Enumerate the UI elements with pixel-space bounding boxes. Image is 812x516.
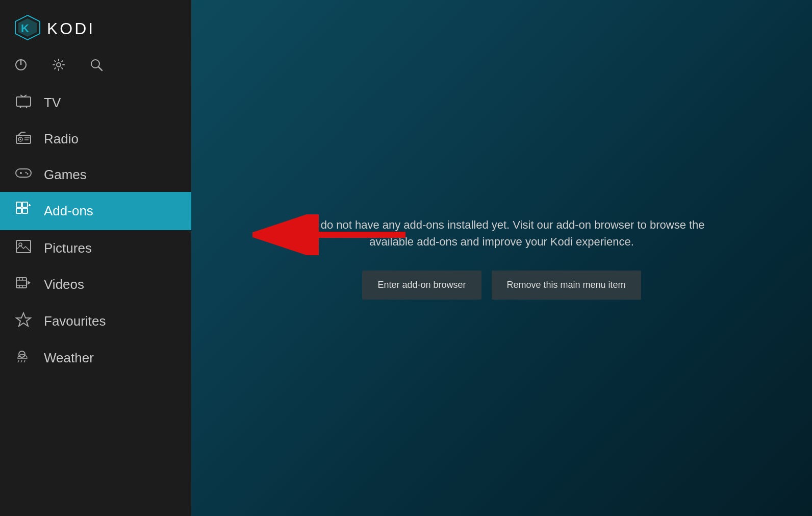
- svg-rect-27: [22, 208, 28, 213]
- sidebar-label-games: Games: [44, 167, 87, 183]
- videos-icon: [14, 276, 33, 293]
- kodi-logo-icon: K: [14, 14, 41, 43]
- svg-line-45: [21, 360, 22, 362]
- svg-line-46: [24, 360, 25, 362]
- main-content: You do not have any add-ons installed ye…: [191, 0, 812, 516]
- svg-marker-41: [28, 281, 31, 285]
- favourites-icon: [14, 312, 33, 331]
- sidebar-item-radio[interactable]: Radio: [0, 121, 191, 157]
- svg-point-5: [57, 63, 61, 67]
- sidebar: K KODI: [0, 0, 191, 516]
- sidebar-label-videos: Videos: [44, 277, 84, 292]
- info-text: You do not have any add-ons installed ye…: [298, 216, 706, 250]
- enter-browser-button[interactable]: Enter add-on browser: [362, 271, 481, 300]
- radio-icon: [14, 130, 33, 148]
- svg-line-7: [98, 67, 102, 70]
- games-icon: [14, 166, 33, 183]
- sidebar-item-addons[interactable]: Add-ons: [0, 192, 191, 230]
- sidebar-item-games[interactable]: Games: [0, 157, 191, 192]
- pictures-icon: [14, 239, 33, 257]
- sidebar-label-weather: Weather: [44, 350, 94, 366]
- sidebar-item-weather[interactable]: Weather: [0, 340, 191, 376]
- svg-rect-32: [16, 240, 31, 253]
- svg-rect-28: [16, 202, 21, 207]
- svg-point-16: [20, 139, 21, 140]
- sidebar-label-favourites: Favourites: [44, 313, 106, 329]
- sidebar-item-pictures[interactable]: Pictures: [0, 230, 191, 266]
- svg-line-44: [18, 360, 19, 362]
- svg-rect-8: [16, 97, 31, 106]
- content-center: You do not have any add-ons installed ye…: [277, 196, 726, 320]
- weather-icon: [14, 349, 33, 367]
- sidebar-label-pictures: Pictures: [44, 240, 92, 256]
- svg-point-25: [27, 173, 29, 175]
- sidebar-item-tv[interactable]: TV: [0, 85, 191, 121]
- svg-rect-34: [16, 278, 27, 288]
- svg-rect-29: [22, 202, 28, 207]
- search-icon[interactable]: [90, 58, 103, 75]
- svg-point-24: [26, 172, 27, 174]
- tv-icon: [14, 94, 33, 112]
- nav-items: TV Radio: [0, 85, 191, 516]
- power-icon[interactable]: [14, 58, 28, 75]
- svg-marker-42: [16, 313, 31, 326]
- svg-text:K: K: [21, 22, 29, 35]
- settings-icon[interactable]: [52, 58, 65, 75]
- logo-area: K KODI: [0, 0, 191, 53]
- svg-rect-26: [16, 208, 21, 213]
- sidebar-item-videos[interactable]: Videos: [0, 266, 191, 303]
- buttons-row: Enter add-on browser Remove this main me…: [362, 271, 641, 300]
- top-icons-bar: [0, 53, 191, 85]
- addons-icon: [14, 201, 33, 221]
- svg-rect-21: [16, 169, 31, 177]
- app-title: KODI: [47, 19, 95, 38]
- sidebar-label-radio: Radio: [44, 131, 79, 147]
- sidebar-label-tv: TV: [44, 95, 61, 111]
- remove-menu-item-button[interactable]: Remove this main menu item: [492, 271, 641, 300]
- sidebar-label-addons: Add-ons: [44, 203, 93, 219]
- sidebar-item-favourites[interactable]: Favourites: [0, 303, 191, 340]
